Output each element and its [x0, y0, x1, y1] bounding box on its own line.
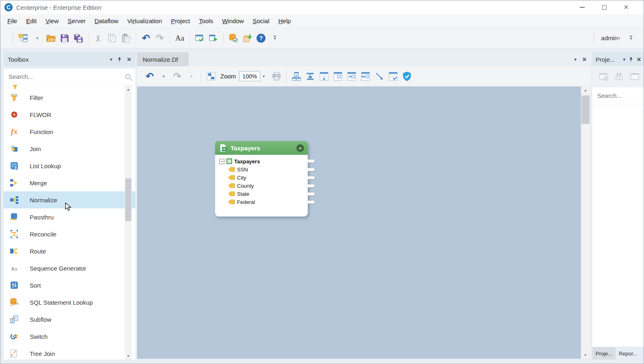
menu-file[interactable]: File: [3, 15, 22, 27]
toolbox-item-sql-statement-lookup[interactable]: SQL Statement Lookup: [4, 294, 135, 311]
maximize-button[interactable]: [598, 3, 610, 12]
layout-horizontal-button[interactable]: [304, 69, 316, 83]
output-port[interactable]: [307, 184, 315, 187]
menu-server[interactable]: Server: [63, 15, 90, 27]
deploy-button[interactable]: [241, 31, 253, 45]
verify-dataflow-button[interactable]: [401, 69, 413, 83]
menu-window[interactable]: Window: [218, 15, 248, 27]
field-row-state[interactable]: State: [219, 190, 305, 198]
scroll-down-icon[interactable]: ▼: [125, 352, 132, 360]
tab-list-icon[interactable]: ▾: [574, 57, 577, 62]
toolbox-item-subflow[interactable]: Subflow: [4, 311, 135, 328]
collapse-tree-icon[interactable]: [219, 159, 224, 164]
auto-layout-button[interactable]: [290, 69, 302, 83]
zoom-combobox[interactable]: 100%: [239, 71, 260, 81]
project-search-input[interactable]: [597, 92, 644, 99]
admin-menu-button[interactable]: admin ▾: [601, 31, 620, 45]
toolbar-options-button[interactable]: ▾: [625, 31, 637, 45]
scrollbar-thumb[interactable]: [125, 178, 131, 221]
taxpayers-node-header[interactable]: Taxpayers ▲: [215, 141, 308, 155]
menu-project[interactable]: Project: [167, 15, 195, 27]
toolbox-item-sort[interactable]: Sort: [4, 277, 135, 294]
toolbox-item-filter[interactable]: Filter: [4, 89, 135, 106]
validate-dataflow-button[interactable]: [194, 31, 206, 45]
menu-edit[interactable]: Edit: [22, 15, 41, 27]
undo-button[interactable]: ↶: [140, 31, 152, 45]
tab-project-explorer[interactable]: Proje...: [592, 347, 616, 360]
doc-undo-dropdown[interactable]: ▾: [157, 69, 170, 83]
get-latest-icon[interactable]: [614, 72, 624, 81]
output-port[interactable]: [307, 193, 315, 195]
field-row-county[interactable]: County: [219, 182, 305, 190]
toolbox-item-passthru[interactable]: Passthru: [4, 208, 135, 225]
toolbox-item-merge[interactable]: Merge: [4, 174, 135, 191]
doc-redo-dropdown[interactable]: ▾: [185, 69, 197, 83]
toolbox-item-switch[interactable]: Switch: [4, 328, 135, 345]
toolbox-item-normalize[interactable]: Normalize: [4, 191, 135, 208]
close-project-icon[interactable]: [599, 72, 609, 81]
tab-normalize-df[interactable]: Normalize.Df: [137, 52, 189, 66]
doc-redo-button[interactable]: ↷: [171, 69, 183, 83]
pin-icon[interactable]: [629, 57, 633, 62]
print-button[interactable]: [270, 69, 283, 83]
cut-button[interactable]: ✂: [92, 31, 104, 45]
field-row-ssn[interactable]: SSN: [219, 165, 305, 173]
canvas-scrollbar[interactable]: ▲ ▼: [581, 87, 590, 359]
open-button[interactable]: [45, 31, 57, 45]
scroll-down-icon[interactable]: ▼: [581, 351, 590, 359]
save-button[interactable]: [59, 31, 71, 45]
goto-node-button[interactable]: [346, 69, 358, 83]
menu-dataflow[interactable]: Dataflow: [90, 15, 123, 27]
output-port[interactable]: [307, 168, 315, 171]
preview-data-button[interactable]: [387, 69, 399, 83]
panel-close-icon[interactable]: ✕: [637, 56, 641, 63]
output-port[interactable]: [307, 201, 315, 204]
toolbox-item-flwor[interactable]: FLWOR: [4, 106, 135, 123]
toolbox-item-sequence-generator[interactable]: xₙSequence Generator: [4, 260, 135, 277]
draw-link-button[interactable]: [373, 69, 385, 83]
menu-social[interactable]: Social: [248, 15, 274, 27]
menu-tools[interactable]: Tools: [194, 15, 218, 27]
field-row-federal[interactable]: Federal: [219, 198, 305, 206]
scrollbar-thumb[interactable]: [581, 95, 590, 124]
doc-undo-button[interactable]: ↶: [144, 69, 156, 83]
toolbar-grip[interactable]: [12, 33, 14, 43]
save-all-button[interactable]: [72, 31, 85, 45]
panel-close-icon[interactable]: ✕: [127, 56, 131, 63]
scroll-up-icon[interactable]: ▲: [125, 86, 132, 93]
database-job-button[interactable]: [227, 31, 239, 45]
dataflow-canvas[interactable]: Taxpayers ▲ Taxpayers SSN City: [137, 87, 581, 359]
new-dataflow-button[interactable]: [17, 31, 29, 45]
output-port[interactable]: [307, 160, 315, 162]
resize-node-button[interactable]: [359, 69, 372, 83]
collapse-node-button[interactable]: ▲: [296, 144, 304, 152]
new-project-item-icon[interactable]: [630, 72, 640, 81]
run-dataflow-button[interactable]: [207, 31, 220, 45]
menu-view[interactable]: View: [41, 15, 63, 27]
field-row-city[interactable]: City: [219, 173, 305, 182]
redo-button[interactable]: ↷: [154, 31, 166, 45]
copy-button[interactable]: [106, 31, 118, 45]
help-button[interactable]: ?: [255, 31, 267, 45]
toolbar-overflow-button[interactable]: ▾: [269, 31, 281, 45]
toolbox-item-reconcile[interactable]: Reconcile: [4, 225, 135, 243]
toolbox-item-join[interactable]: Join: [4, 140, 135, 157]
tab-report[interactable]: Repor...: [616, 347, 641, 360]
output-port[interactable]: [307, 176, 315, 179]
toolbox-item-tree-join[interactable]: Tree Join: [4, 345, 135, 360]
scroll-up-icon[interactable]: ▲: [581, 87, 590, 94]
font-button[interactable]: Aa: [174, 31, 186, 45]
toolbox-item-route[interactable]: Route: [4, 243, 135, 260]
toolbox-item-function[interactable]: fxFunction: [4, 123, 135, 140]
taxpayers-node[interactable]: Taxpayers ▲ Taxpayers SSN City: [215, 141, 308, 217]
paste-button[interactable]: [120, 31, 132, 45]
menu-virtualization[interactable]: Virtualization: [123, 15, 167, 27]
new-dropdown-button[interactable]: ▾: [31, 31, 43, 45]
zoom-dropdown-icon[interactable]: ▾: [260, 71, 267, 81]
toolbar-grip[interactable]: [593, 33, 595, 43]
tab-close-icon[interactable]: ✕: [582, 56, 587, 63]
panel-menu-icon[interactable]: ▾: [623, 57, 626, 62]
expand-nodes-button[interactable]: [318, 69, 330, 83]
menu-help[interactable]: Help: [274, 15, 295, 27]
toggle-panel-button[interactable]: [205, 69, 217, 83]
